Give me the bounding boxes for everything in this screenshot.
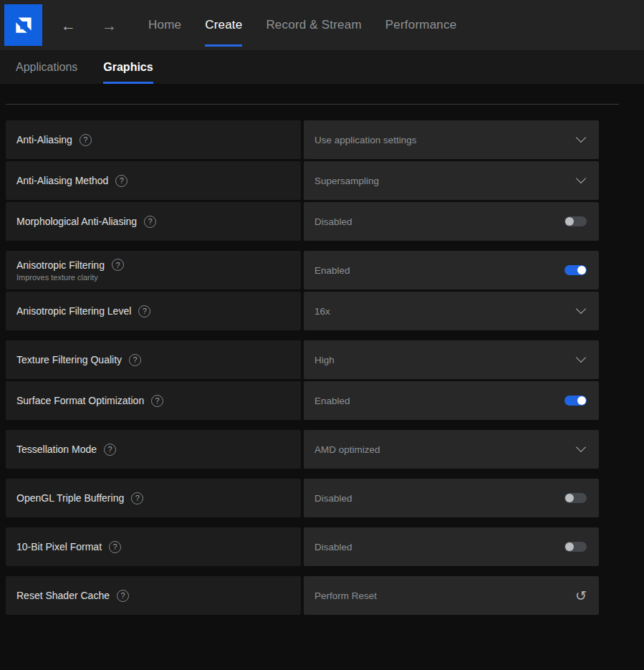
settings-group-shader-cache: Reset Shader Cache ? Perform Reset ↺ [6, 576, 599, 615]
chevron-down-icon [576, 442, 586, 452]
setting-value: Disabled [314, 216, 352, 227]
help-icon[interactable]: ? [109, 541, 121, 553]
dropdown-anti-aliasing[interactable]: Use application settings [304, 120, 599, 159]
setting-label: Texture Filtering Quality [16, 354, 122, 365]
amd-arrow-icon [11, 13, 36, 37]
chevron-down-icon [576, 304, 586, 314]
nav-item-create[interactable]: Create [205, 0, 242, 50]
setting-row-tessellation-mode: Tessellation Mode ? AMD optimized [6, 430, 599, 469]
tab-applications[interactable]: Applications [16, 50, 77, 84]
setting-label: Reset Shader Cache [16, 590, 110, 601]
tab-graphics[interactable]: Graphics [103, 50, 153, 84]
setting-row-reset-shader-cache: Reset Shader Cache ? Perform Reset ↺ [6, 576, 599, 615]
help-icon[interactable]: ? [104, 444, 116, 456]
setting-value: Enabled [314, 265, 350, 276]
amd-logo[interactable] [4, 4, 42, 46]
settings-list: Anti-Aliasing ? Use application settings… [6, 120, 599, 615]
help-icon[interactable]: ? [115, 175, 128, 187]
setting-label: Anisotropic Filtering Level [16, 305, 131, 317]
settings-group-texture-filtering: Texture Filtering Quality ? High Surface… [6, 340, 599, 420]
nav-item-home[interactable]: Home [148, 0, 181, 50]
setting-value: 16x [314, 306, 330, 317]
toggle-switch[interactable] [564, 265, 587, 275]
setting-label: OpenGL Triple Buffering [16, 492, 124, 504]
setting-label-panel: 10-Bit Pixel Format ? [6, 527, 301, 566]
setting-row-anti-aliasing: Anti-Aliasing ? Use application settings [6, 120, 599, 159]
help-icon[interactable]: ? [144, 216, 156, 228]
setting-value: Disabled [314, 493, 352, 504]
section-divider [6, 104, 619, 105]
setting-value: Enabled [314, 396, 350, 406]
setting-row-anisotropic-filtering: Anisotropic Filtering ? Improves texture… [6, 251, 599, 289]
setting-value: Disabled [314, 542, 352, 552]
setting-label-panel: Reset Shader Cache ? [6, 576, 301, 615]
settings-group-tessellation: Tessellation Mode ? AMD optimized [6, 430, 599, 469]
help-icon[interactable]: ? [129, 354, 141, 366]
dropdown-anti-aliasing-method[interactable]: Supersampling [304, 161, 599, 200]
setting-label-panel: Surface Format Optimization ? [6, 381, 301, 420]
setting-row-texture-filtering-quality: Texture Filtering Quality ? High [6, 340, 599, 379]
settings-group-anti-aliasing: Anti-Aliasing ? Use application settings… [6, 120, 599, 241]
settings-group-opengl: OpenGL Triple Buffering ? Disabled [6, 479, 599, 517]
help-icon[interactable]: ? [131, 492, 143, 504]
nav-item-record-stream[interactable]: Record & Stream [266, 0, 361, 50]
toggle-switch[interactable] [564, 396, 587, 406]
nav-item-performance[interactable]: Performance [385, 0, 457, 50]
setting-value: Supersampling [314, 176, 379, 186]
help-icon[interactable]: ? [138, 305, 150, 317]
setting-label-panel: Anisotropic Filtering Level ? [6, 292, 301, 330]
setting-label-panel: OpenGL Triple Buffering ? [6, 479, 301, 517]
reset-shader-cache-button[interactable]: Perform Reset ↺ [304, 576, 599, 615]
setting-label: Anisotropic Filtering [16, 259, 105, 271]
settings-group-pixel-format: 10-Bit Pixel Format ? Disabled [6, 527, 599, 566]
setting-label: 10-Bit Pixel Format [16, 541, 102, 552]
setting-label-panel: Anti-Aliasing Method ? [6, 161, 301, 200]
toggle-knob [565, 217, 574, 226]
dropdown-texture-filtering-quality[interactable]: High [304, 340, 599, 379]
settings-group-anisotropic-filtering: Anisotropic Filtering ? Improves texture… [6, 251, 599, 330]
setting-value-panel: Enabled [304, 381, 599, 420]
dropdown-anisotropic-filtering-level[interactable]: 16x [304, 292, 599, 330]
toggle-knob [565, 494, 574, 502]
toggle-knob [577, 266, 586, 274]
setting-value-panel: Disabled [304, 527, 599, 566]
toggle-knob [565, 542, 574, 551]
setting-row-surface-format-optimization: Surface Format Optimization ? Enabled [6, 381, 599, 420]
main-nav: Home Create Record & Stream Performance [148, 0, 456, 50]
setting-value-panel: Disabled [304, 479, 599, 517]
setting-sublabel: Improves texture clarity [16, 273, 124, 282]
setting-row-opengl-triple-buffering: OpenGL Triple Buffering ? Disabled [6, 479, 599, 517]
setting-value: Perform Reset [314, 590, 377, 601]
setting-label-panel: Texture Filtering Quality ? [6, 340, 301, 379]
setting-value-panel: Enabled [304, 251, 599, 289]
help-icon[interactable]: ? [151, 395, 163, 407]
toggle-switch[interactable] [564, 216, 587, 226]
toggle-switch[interactable] [564, 493, 587, 503]
help-icon[interactable]: ? [112, 259, 124, 271]
toggle-switch[interactable] [564, 542, 587, 552]
sub-tab-bar: Applications Graphics [0, 50, 644, 84]
setting-label: Anti-Aliasing Method [16, 175, 108, 186]
setting-label-panel: Morphological Anti-Aliasing ? [6, 202, 301, 241]
toggle-knob [577, 396, 586, 405]
setting-value: Use application settings [314, 135, 417, 145]
setting-row-morphological-anti-aliasing: Morphological Anti-Aliasing ? Disabled [6, 202, 599, 241]
setting-label-panel: Anti-Aliasing ? [6, 120, 301, 159]
setting-label-panel: Anisotropic Filtering ? Improves texture… [6, 251, 301, 289]
dropdown-tessellation-mode[interactable]: AMD optimized [304, 430, 599, 469]
help-icon[interactable]: ? [117, 590, 129, 602]
forward-arrow-button[interactable]: → [102, 18, 117, 33]
reset-icon[interactable]: ↺ [575, 589, 587, 603]
top-navigation-bar: ← → Home Create Record & Stream Performa… [0, 0, 644, 50]
chevron-down-icon [576, 173, 586, 183]
setting-label: Morphological Anti-Aliasing [16, 216, 137, 227]
setting-label: Surface Format Optimization [16, 395, 144, 406]
back-arrow-button[interactable]: ← [61, 18, 76, 33]
setting-row-10-bit-pixel-format: 10-Bit Pixel Format ? Disabled [6, 527, 599, 566]
help-icon[interactable]: ? [80, 134, 92, 146]
chevron-down-icon [576, 133, 586, 143]
settings-content: Anti-Aliasing ? Use application settings… [0, 104, 644, 615]
setting-value: High [314, 355, 335, 365]
setting-value-panel: Disabled [304, 202, 599, 241]
setting-label: Anti-Aliasing [16, 134, 72, 145]
